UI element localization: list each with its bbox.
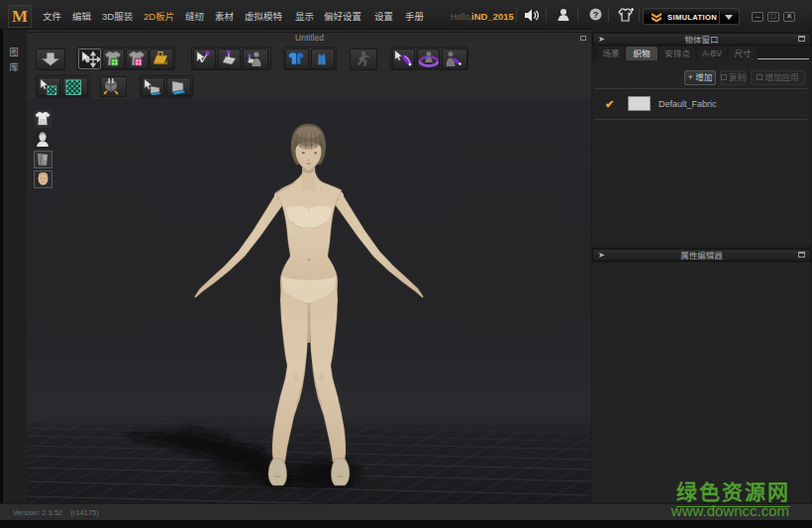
svg-text:?: ? xyxy=(593,10,599,20)
